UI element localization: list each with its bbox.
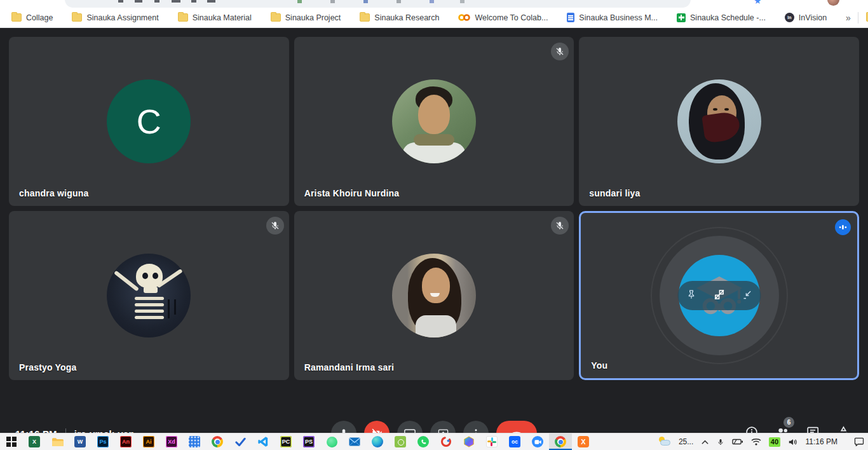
word-icon: W (74, 436, 86, 447)
weather-icon[interactable] (658, 437, 671, 447)
taskbar-slack[interactable] (480, 433, 503, 450)
participant-tile-ramandani[interactable]: Ramandani Irma sari (294, 211, 574, 380)
taskbar-calendar[interactable] (183, 433, 206, 450)
taskbar-mail[interactable] (343, 433, 366, 450)
participant-tile-you[interactable]: You (579, 211, 859, 380)
tray-chevron-up-icon[interactable] (701, 439, 709, 445)
invision-icon: In (785, 13, 794, 22)
photoshop-icon: Ps (97, 436, 109, 447)
windows-logo-icon (6, 437, 17, 447)
participant-grid: C chandra wiguna Arista Khoiru Nurdina (9, 37, 859, 380)
folder-icon (11, 13, 22, 22)
mic-muted-icon (551, 217, 569, 235)
mail-icon (349, 437, 360, 446)
slack-icon (486, 436, 498, 447)
taskbar-todo[interactable] (229, 433, 252, 450)
participant-name: Ramandani Irma sari (304, 362, 395, 372)
participant-tile-prastyo[interactable]: Prastyo Yoga (9, 211, 289, 380)
animate-icon: An (120, 436, 132, 447)
bookmark-label: Sinauka Schedule -... (690, 13, 766, 22)
calendar-icon (189, 436, 200, 447)
bookmark-welcome-to-colab[interactable]: Welcome To Colab... (458, 13, 548, 22)
taskbar-clock[interactable]: 11:16 PM (806, 437, 837, 446)
temperature-label[interactable]: 25... (679, 437, 693, 446)
chrome-icon (212, 436, 223, 447)
taskbar-chrome-active[interactable] (549, 433, 572, 450)
taskbar-vscode[interactable] (252, 433, 275, 450)
taskbar-illustrator[interactable]: Ai (137, 433, 160, 450)
tray-battery-icon[interactable] (732, 438, 743, 446)
bookmark-invision[interactable]: In InVision (785, 13, 827, 22)
action-center-icon[interactable] (854, 437, 864, 446)
google-doc-icon (567, 13, 574, 22)
url-text-fragment (135, 0, 142, 3)
url-text-fragment (154, 0, 159, 3)
bookmark-sinauka-schedule[interactable]: Sinauka Schedule -... (677, 13, 766, 22)
camera-app-icon (395, 436, 406, 447)
bookmark-label: Welcome To Colab... (475, 13, 548, 22)
bookmark-collage[interactable]: Collage (11, 13, 53, 22)
vscode-icon (257, 436, 269, 447)
taskbar-animate[interactable]: An (114, 433, 137, 450)
participant-tile-arista[interactable]: Arista Khoiru Nurdina (294, 37, 574, 206)
google-sheet-icon (677, 13, 686, 22)
url-text-fragment (118, 0, 123, 3)
bookmark-label: Sinauka Business M... (579, 13, 658, 22)
taskbar-pycharm[interactable]: PC (275, 433, 297, 450)
participant-tile-chandra-wiguna[interactable]: C chandra wiguna (9, 37, 289, 206)
tile-hover-actions (677, 281, 761, 310)
pin-button[interactable] (685, 289, 697, 303)
bookmark-sinauka-assignment[interactable]: Sinauka Assignment (72, 13, 158, 22)
taskbar-zoom[interactable] (526, 433, 549, 450)
edge-icon (372, 436, 383, 447)
taskbar-word[interactable]: W (69, 433, 92, 450)
bookmarks-overflow-chevron[interactable]: » (846, 13, 850, 23)
opencanvas-icon: oc (509, 436, 520, 447)
phpstorm-icon: PS (303, 436, 315, 447)
pycharm-icon: PC (280, 436, 292, 447)
participant-name: Prastyo Yoga (19, 362, 77, 372)
taskbar-opencanvas[interactable]: oc (503, 433, 526, 450)
taskbar-whatsapp[interactable] (412, 433, 435, 450)
remove-tile-button[interactable] (712, 288, 726, 304)
taskbar-edge[interactable] (366, 433, 389, 450)
mic-muted-icon (551, 43, 569, 60)
chrome-icon (555, 436, 566, 447)
folder-icon (178, 13, 188, 22)
mic-muted-icon (266, 217, 284, 235)
taskbar-hexagon-app[interactable] (458, 433, 480, 450)
red-swirl-icon (440, 436, 452, 447)
taskbar-chrome[interactable] (206, 433, 229, 450)
bookmark-label: Sinauka Project (285, 13, 341, 22)
taskbar-camera-app[interactable] (389, 433, 412, 450)
bookmark-label: Collage (26, 13, 53, 22)
tray-speaker-icon[interactable] (788, 438, 798, 446)
minimize-button[interactable] (741, 289, 753, 303)
start-button[interactable] (0, 433, 23, 450)
folder-icon (360, 13, 370, 22)
taskbar-excel[interactable]: X (23, 433, 46, 450)
bookmark-label: Sinauka Assignment (86, 13, 158, 22)
participant-tile-sundari[interactable]: sundari liya (579, 37, 859, 206)
tray-microphone-icon[interactable] (717, 437, 724, 447)
adobe-xd-icon: Xd (166, 436, 177, 447)
tray-wifi-icon[interactable] (751, 438, 761, 446)
taskbar-red-swirl-app[interactable] (435, 433, 458, 450)
taskbar-photoshop[interactable]: Ps (92, 433, 114, 450)
profile-avatar-fragment[interactable] (827, 0, 839, 6)
bookmark-sinauka-project[interactable]: Sinauka Project (271, 13, 341, 22)
extension-icon-fragment (363, 0, 368, 3)
taskbar-xampp[interactable]: X (572, 433, 595, 450)
battery-percent-badge[interactable]: 40 (769, 437, 780, 447)
taskbar-android-emulator[interactable] (320, 433, 343, 450)
bookmark-star-icon[interactable]: ★ (754, 0, 764, 4)
taskbar-file-explorer[interactable] (46, 433, 69, 450)
bookmark-sinauka-material[interactable]: Sinauka Material (178, 13, 252, 22)
bookmark-sinauka-research[interactable]: Sinauka Research (360, 13, 439, 22)
bookmark-sinauka-business[interactable]: Sinauka Business M... (567, 13, 658, 22)
extension-icon-fragment (330, 0, 335, 3)
participant-name: You (591, 360, 607, 371)
avatar-photo (107, 254, 191, 338)
taskbar-phpstorm[interactable]: PS (297, 433, 320, 450)
taskbar-adobe-xd[interactable]: Xd (160, 433, 183, 450)
